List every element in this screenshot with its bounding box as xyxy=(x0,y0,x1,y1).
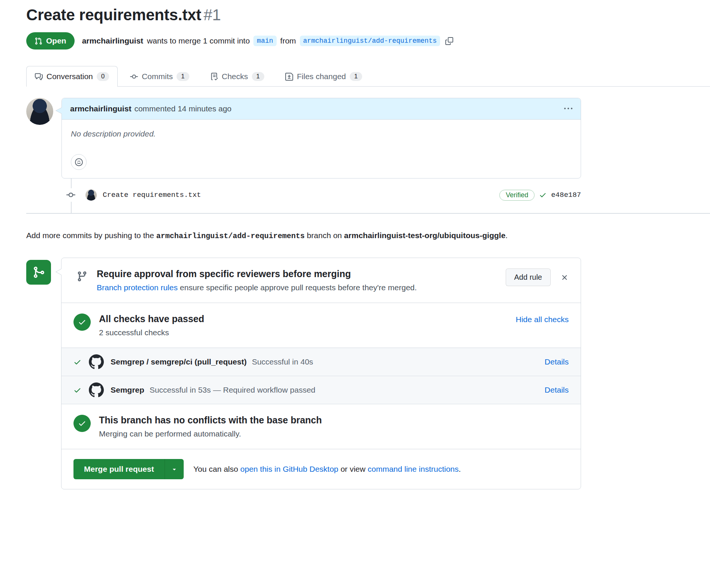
github-app-avatar xyxy=(89,354,104,369)
timeline-comment: armchairlinguist commented 14 minutes ag… xyxy=(26,98,581,178)
tab-files-changed[interactable]: Files changed 1 xyxy=(277,66,371,87)
merge-caption: You can also open this in GitHub Desktop… xyxy=(193,465,461,474)
timeline-divider xyxy=(26,213,710,214)
tab-count: 1 xyxy=(252,72,264,81)
check-success-icon xyxy=(73,386,81,394)
commit-author-avatar[interactable] xyxy=(85,189,97,201)
page-title: Create requirements.txt#1 xyxy=(26,6,581,24)
commit-status-check-icon[interactable] xyxy=(539,191,547,199)
branch-protection-section: Require approval from specific reviewers… xyxy=(61,258,581,303)
status-badge-label: Open xyxy=(46,36,66,45)
checks-summary-section: All checks have passed 2 successful chec… xyxy=(61,303,581,348)
merge-caption-suffix: . xyxy=(459,465,461,473)
merge-options-dropdown-button[interactable] xyxy=(165,459,184,479)
check-status: Successful in 53s — Required workflow pa… xyxy=(150,386,315,394)
close-icon xyxy=(560,273,569,282)
add-rule-button[interactable]: Add rule xyxy=(506,268,551,286)
base-branch-label[interactable]: main xyxy=(253,36,276,46)
verified-badge[interactable]: Verified xyxy=(499,190,535,201)
mergeability-content: This branch has no conflicts with the ba… xyxy=(99,415,322,438)
copy-branch-button[interactable] xyxy=(445,36,454,46)
summary-from-text: from xyxy=(280,36,296,45)
check-status: Successful in 40s xyxy=(252,357,313,366)
branch-protection-description: Branch protection rules ensure specific … xyxy=(97,283,417,292)
tab-commits[interactable]: Commits 1 xyxy=(121,66,198,87)
branch-protection-content: Require approval from specific reviewers… xyxy=(97,268,417,292)
check-details-link[interactable]: Details xyxy=(545,357,569,366)
tab-conversation[interactable]: Conversation 0 xyxy=(26,66,118,87)
dismiss-protection-button[interactable] xyxy=(560,273,569,282)
pull-request-page: Create requirements.txt#1 Open armchairl… xyxy=(0,0,710,489)
kebab-icon xyxy=(564,105,572,113)
comment-box: armchairlinguist commented 14 minutes ag… xyxy=(61,98,581,178)
tab-label: Checks xyxy=(222,72,248,81)
head-branch-label[interactable]: armchairlinguist/add-requirements xyxy=(300,36,440,46)
comment-author-link[interactable]: armchairlinguist xyxy=(70,104,131,113)
hide-all-checks-link[interactable]: Hide all checks xyxy=(516,315,569,324)
push-note-repo: armchairlinguist-test-org/ubiquitous-gig… xyxy=(344,231,506,240)
commit-sha-link[interactable]: e48e187 xyxy=(551,191,581,199)
merge-caption-middle: or view xyxy=(340,465,365,473)
checks-passed-icon xyxy=(73,314,91,331)
checks-summary-title: All checks have passed xyxy=(99,314,204,324)
copy-icon xyxy=(445,37,453,45)
commit-meta: Verified e48e187 xyxy=(499,190,581,201)
push-note-suffix: . xyxy=(505,231,508,240)
comment-options-button[interactable] xyxy=(564,105,572,113)
merge-button-group: Merge pull request xyxy=(73,459,184,479)
check-success-icon xyxy=(73,357,81,366)
pr-title-text: Create requirements.txt xyxy=(26,6,201,24)
git-commit-icon xyxy=(130,73,138,81)
push-note-prefix: Add more commits by pushing to the xyxy=(26,231,154,240)
checklist-icon xyxy=(210,73,218,81)
branch-protection-title: Require approval from specific reviewers… xyxy=(97,268,417,279)
github-desktop-link[interactable]: open this in GitHub Desktop xyxy=(240,465,338,473)
no-conflicts-icon xyxy=(73,415,91,432)
add-reaction-button[interactable] xyxy=(71,154,87,170)
comment-body: No description provided. xyxy=(62,120,581,147)
commit-row: Create requirements.txt Verified e48e187 xyxy=(26,188,581,202)
tab-label: Files changed xyxy=(297,72,346,81)
summary-action-text: wants to merge 1 commit into xyxy=(147,36,250,45)
branch-protection-rules-link[interactable]: Branch protection rules xyxy=(97,283,178,292)
smiley-icon xyxy=(75,158,83,166)
check-name: Semgrep xyxy=(111,386,144,394)
git-pull-request-icon xyxy=(34,37,42,45)
author-link[interactable]: armchairlinguist xyxy=(82,36,143,45)
merge-actions-section: Merge pull request You can also open thi… xyxy=(61,449,581,489)
push-note: Add more commits by pushing to the armch… xyxy=(26,230,581,242)
file-diff-icon xyxy=(285,73,293,81)
github-app-avatar xyxy=(89,382,104,398)
pr-number: #1 xyxy=(204,6,221,24)
avatar[interactable] xyxy=(26,98,53,125)
merge-caption-prefix: You can also xyxy=(193,465,238,473)
merge-area: Require approval from specific reviewers… xyxy=(26,258,581,489)
pr-tabs: Conversation 0 Commits 1 Checks 1 Files … xyxy=(26,66,710,87)
tab-checks[interactable]: Checks 1 xyxy=(202,66,273,87)
tab-count: 1 xyxy=(177,72,189,81)
commit-message-link[interactable]: Create requirements.txt xyxy=(103,191,201,199)
triangle-down-icon xyxy=(171,466,178,472)
push-note-middle: branch on xyxy=(307,231,342,240)
git-commit-icon xyxy=(64,188,77,202)
mergeability-subtitle: Merging can be performed automatically. xyxy=(99,429,322,438)
comment-discussion-icon xyxy=(35,73,43,81)
command-line-instructions-link[interactable]: command line instructions xyxy=(368,465,459,473)
checks-summary-actions: Hide all checks xyxy=(516,315,569,324)
push-note-branch: armchairlinguist/add-requirements xyxy=(156,232,305,240)
merge-pull-request-button[interactable]: Merge pull request xyxy=(73,459,165,479)
git-merge-status-icon xyxy=(26,260,51,285)
comment-timestamp: commented 14 minutes ago xyxy=(134,104,231,113)
tab-count: 1 xyxy=(350,72,362,81)
git-branch-icon xyxy=(76,271,88,282)
check-details-link[interactable]: Details xyxy=(545,386,569,394)
checks-summary-content: All checks have passed 2 successful chec… xyxy=(99,314,204,337)
tab-count: 0 xyxy=(97,72,109,81)
check-name: Semgrep / semgrep/ci (pull_request) xyxy=(111,357,247,366)
mergeability-title: This branch has no conflicts with the ba… xyxy=(99,415,322,426)
check-row: Semgrep Successful in 53s — Required wor… xyxy=(61,376,581,404)
tab-label: Commits xyxy=(142,72,173,81)
timeline-commit-area: Create requirements.txt Verified e48e187 xyxy=(26,178,581,213)
comment-header: armchairlinguist commented 14 minutes ag… xyxy=(62,98,581,120)
pr-summary: armchairlinguist wants to merge 1 commit… xyxy=(82,36,454,46)
